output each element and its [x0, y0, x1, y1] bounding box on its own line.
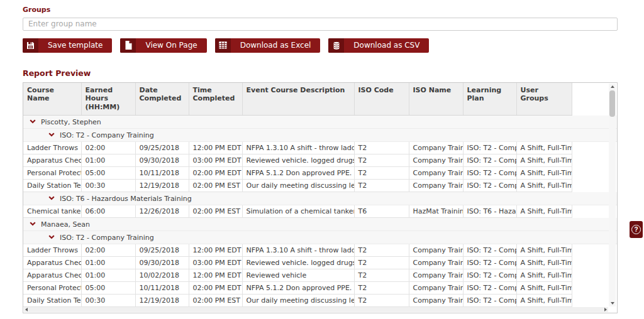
column-header-time-completed[interactable]: Time Completed: [189, 83, 242, 116]
table-cell: NFPA 1.3.10 A shift - throw ladders agai…: [242, 141, 354, 154]
excel-icon: [215, 38, 231, 53]
table-cell: 02:00 PM EST: [189, 205, 242, 217]
scroll-down-arrow-icon[interactable]: [609, 300, 616, 306]
table-cell: Company Training: [409, 179, 463, 192]
view-on-page-label: View On Page: [136, 38, 206, 53]
table-cell: Apparatus Check: [23, 256, 81, 269]
column-header-course-name[interactable]: Course Name: [23, 83, 81, 116]
table-cell: NFPA 1.3.10 A shift - throw ladders agai…: [242, 244, 354, 256]
table-cell: A Shift, Full-Time ...: [516, 244, 572, 256]
table-cell: 02:00 PM EDT: [189, 166, 242, 179]
vertical-scrollbar-thumb[interactable]: [609, 90, 615, 117]
help-button[interactable]: ?: [630, 221, 643, 238]
report-table-body: Piscotty, StephenISO: T2 - Company Train…: [23, 115, 617, 306]
chevron-down-icon[interactable]: [30, 218, 36, 230]
report-preview-title: Report Preview: [23, 68, 629, 78]
table-cell: Our daily meeting discussing learnings f…: [242, 294, 354, 306]
table-cell: 09/25/2018: [135, 141, 189, 154]
user-group-row[interactable]: Piscotty, Stephen: [23, 115, 617, 128]
column-header-user-groups[interactable]: User Groups: [516, 83, 572, 116]
table-cell: T2: [354, 281, 409, 294]
table-cell: Ladder Throws: [23, 244, 81, 256]
page-icon: [120, 38, 136, 53]
vertical-scrollbar[interactable]: [609, 84, 616, 306]
chevron-down-icon[interactable]: [48, 231, 55, 243]
table-cell: 00:30: [81, 294, 135, 306]
user-group-row[interactable]: Manaea, Sean: [23, 217, 617, 230]
table-cell: 12/19/2018: [135, 179, 189, 192]
chevron-down-icon[interactable]: [48, 129, 55, 141]
group-name-input[interactable]: [23, 18, 618, 31]
table-cell: T2: [354, 256, 409, 269]
table-cell: Personal Protectiv...: [23, 166, 81, 179]
column-header-event-course-description[interactable]: Event Course Description: [242, 83, 354, 116]
group-label: ISO: T6 - Hazardous Materials Training: [60, 195, 192, 203]
table-cell: ISO: T6 - Hazardo...: [463, 205, 516, 217]
iso-group-row[interactable]: ISO: T2 - Company Training: [23, 128, 617, 141]
table-cell: 12:00 PM EDT: [189, 244, 242, 256]
table-cell: ISO: T2 - Compan...: [463, 269, 516, 281]
save-icon: [23, 38, 38, 53]
column-header-iso-code[interactable]: ISO Code: [354, 83, 409, 116]
table-row: Ladder Throws02:0009/25/201812:00 PM EDT…: [23, 141, 617, 154]
table-cell: NFPA 5.1.2 Don approved PPE. NFPA 5.1...: [242, 166, 354, 179]
table-cell: A Shift, Full-Time ...: [516, 179, 572, 192]
column-header-iso-name[interactable]: ISO Name: [409, 83, 463, 116]
table-cell: Company Training: [409, 154, 463, 166]
table-cell: 12/19/2018: [135, 294, 189, 306]
save-template-button[interactable]: Save template: [23, 38, 112, 53]
table-cell: 03:00 PM EDT: [189, 256, 242, 269]
scroll-up-arrow-icon[interactable]: [609, 84, 616, 90]
table-cell: 09/30/2018: [135, 256, 189, 269]
column-header-learning-plan[interactable]: Learning Plan: [463, 83, 516, 116]
scroll-right-arrow-icon[interactable]: [604, 308, 607, 311]
download-excel-button[interactable]: Download as Excel: [215, 38, 321, 53]
column-header-date-completed[interactable]: Date Completed: [135, 83, 189, 116]
table-cell: Company Training: [409, 294, 463, 306]
download-csv-button[interactable]: Download as CSV: [328, 38, 429, 53]
table-cell: 12:00 PM EDT: [189, 269, 242, 281]
table-cell: A Shift, Full-Time ...: [516, 166, 572, 179]
table-cell: 02:00 PM EDT: [189, 281, 242, 294]
group-label: ISO: T2 - Company Training: [60, 234, 154, 242]
iso-group-row[interactable]: ISO: T2 - Company Training: [23, 230, 617, 244]
group-label: Manaea, Sean: [41, 220, 90, 229]
table-cell: Our daily meeting discussing learnings f…: [242, 179, 354, 192]
column-header-earned-hours-hh-mm[interactable]: Earned Hours (HH:MM): [81, 83, 135, 116]
table-cell: Reviewed vehicle. logged drugs. No ticke…: [242, 256, 354, 269]
scroll-left-arrow-icon[interactable]: [25, 308, 28, 311]
table-cell: Simulation of a chemical tanker spill on…: [242, 205, 354, 217]
table-cell: 10/02/2018: [135, 269, 189, 281]
table-cell: T2: [354, 179, 409, 192]
iso-group-row[interactable]: ISO: T6 - Hazardous Materials Training: [23, 192, 617, 205]
download-csv-label: Download as CSV: [344, 38, 429, 53]
table-cell: Company Training: [409, 166, 463, 179]
horizontal-scrollbar[interactable]: [24, 307, 608, 312]
table-row: Personal Protectiv...05:0010/11/201802:0…: [23, 281, 617, 294]
table-cell: Company Training: [409, 256, 463, 269]
table-cell: ISO: T2 - Compan...: [463, 141, 516, 154]
table-cell: T2: [354, 269, 409, 281]
table-cell: 01:00: [81, 269, 135, 281]
table-row: Ladder Throws02:0009/25/201812:00 PM EDT…: [23, 244, 617, 256]
table-row: Daily Station Telec...00:3012/19/201802:…: [23, 179, 617, 192]
table-cell: 01:00: [81, 256, 135, 269]
table-cell: A Shift, Full-Time ...: [516, 141, 572, 154]
chevron-down-icon[interactable]: [30, 116, 36, 127]
table-cell: A Shift, Full-Time ...: [516, 269, 572, 281]
chevron-down-icon[interactable]: [48, 192, 55, 204]
table-cell: 03:00 PM EDT: [189, 154, 242, 166]
table-cell: 02:00: [81, 244, 135, 256]
view-on-page-button[interactable]: View On Page: [120, 38, 206, 53]
csv-icon: [328, 38, 344, 53]
table-cell: HazMat Training: [409, 205, 463, 217]
table-cell: NFPA 5.1.2 Don approved PPE. NFPA 5.1...: [242, 281, 354, 294]
save-template-label: Save template: [38, 38, 112, 53]
table-cell: 12:00 PM EDT: [189, 141, 242, 154]
table-cell: ISO: T2 - Compan...: [463, 244, 516, 256]
table-cell: Reviewed vehicle. logged drugs. No ticke…: [242, 154, 354, 166]
table-cell: Personal Protectiv...: [23, 281, 81, 294]
table-cell: 00:30: [81, 179, 135, 192]
table-cell: Company Training: [409, 244, 463, 256]
group-label: ISO: T2 - Company Training: [60, 131, 154, 139]
